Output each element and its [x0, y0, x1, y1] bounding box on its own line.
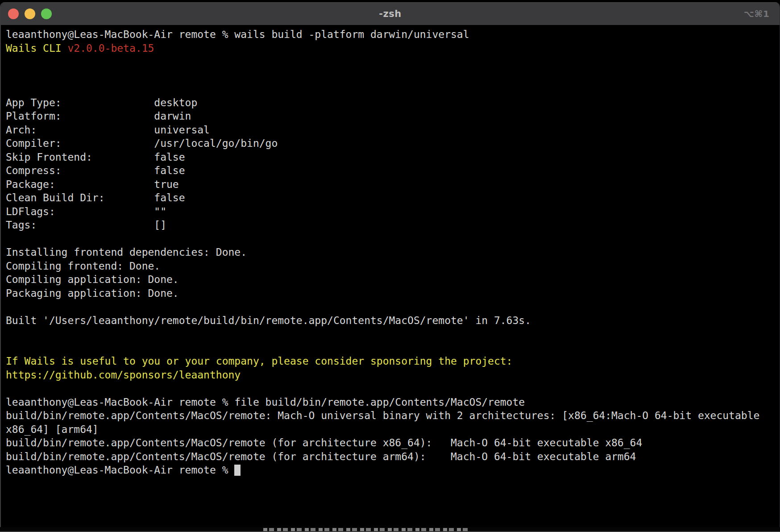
terminal-line: build/bin/remote.app/Contents/MacOS/remo… — [6, 436, 780, 450]
terminal-line: Clean Build Dir: false — [6, 191, 780, 205]
terminal-text-segment: Compress: false — [6, 165, 185, 176]
terminal-text-segment: Compiling application: Done. — [6, 274, 179, 285]
window-title: -zsh — [1, 8, 780, 19]
terminal-text-segment: LDFlags: "" — [6, 206, 166, 217]
terminal-text-segment: App Type: desktop — [6, 97, 197, 108]
terminal-line — [6, 341, 780, 355]
terminal-text-segment: Installing frontend dependencies: Done. — [6, 246, 247, 258]
terminal-window: -zsh ⌥⌘1 leaanthony@Leas-MacBook-Air rem… — [0, 2, 780, 527]
terminal-line: Compress: false — [6, 164, 780, 178]
background-window-sliver — [0, 527, 780, 532]
terminal-line: leaanthony@Leas-MacBook-Air remote % — [6, 463, 780, 477]
terminal-line: x86_64] [arm64] — [6, 423, 780, 436]
terminal-text-segment: https://github.com/sponsors/leaanthony — [6, 369, 241, 381]
traffic-lights — [8, 2, 52, 25]
terminal-line: https://github.com/sponsors/leaanthony — [6, 368, 780, 382]
terminal-text-segment: Built '/Users/leaanthony/remote/build/bi… — [6, 315, 531, 326]
terminal-text-segment: If Wails is useful to you or your compan… — [6, 355, 512, 367]
screen: -zsh ⌥⌘1 leaanthony@Leas-MacBook-Air rem… — [0, 0, 780, 532]
terminal-text-segment: Platform: darwin — [6, 110, 191, 122]
terminal-line: Platform: darwin — [6, 109, 780, 123]
terminal-line — [6, 327, 780, 341]
zoom-button[interactable] — [41, 8, 52, 19]
terminal-text-segment: v2.0.0-beta.15 — [67, 42, 154, 54]
terminal-line — [6, 382, 780, 395]
minimize-button[interactable] — [25, 8, 35, 19]
terminal-text-segment: build/bin/remote.app/Contents/MacOS/remo… — [6, 451, 636, 462]
cut-off-text — [263, 528, 469, 531]
terminal-text-segment: leaanthony@Leas-MacBook-Air remote % fil… — [6, 396, 525, 408]
terminal-line: Package: true — [6, 178, 780, 191]
terminal-line: If Wails is useful to you or your compan… — [6, 354, 780, 368]
terminal-text-segment: Tags: [] — [6, 219, 166, 231]
terminal-text-segment: Arch: universal — [6, 124, 210, 136]
terminal-line — [6, 69, 780, 83]
terminal-line — [6, 82, 780, 96]
terminal-text-segment: Package: true — [6, 179, 179, 190]
terminal-text-segment: Wails CLI — [6, 42, 67, 54]
terminal-line: Compiler: /usr/local/go/bin/go — [6, 137, 780, 150]
terminal-text-segment: Compiler: /usr/local/go/bin/go — [6, 137, 278, 149]
terminal-text-segment: leaanthony@Leas-MacBook-Air remote % — [6, 464, 234, 476]
terminal-line: App Type: desktop — [6, 96, 780, 110]
terminal-line: build/bin/remote.app/Contents/MacOS/remo… — [6, 450, 780, 464]
terminal-line — [6, 55, 780, 69]
terminal-line: build/bin/remote.app/Contents/MacOS/remo… — [6, 409, 780, 423]
terminal-text-segment: Skip Frontend: false — [6, 151, 185, 163]
terminal-line — [6, 300, 780, 314]
terminal-text-segment: x86_64] [arm64] — [6, 424, 99, 435]
terminal-line: Arch: universal — [6, 123, 780, 137]
title-bar[interactable]: -zsh ⌥⌘1 — [1, 2, 780, 25]
terminal-text-segment: leaanthony@Leas-MacBook-Air remote % wai… — [6, 29, 469, 40]
terminal-line — [6, 232, 780, 246]
terminal-line: leaanthony@Leas-MacBook-Air remote % wai… — [6, 28, 780, 42]
cursor — [234, 465, 241, 476]
terminal-line: LDFlags: "" — [6, 205, 780, 219]
terminal-line: Compiling frontend: Done. — [6, 259, 780, 273]
terminal-line: Tags: [] — [6, 218, 780, 232]
close-button[interactable] — [8, 8, 19, 19]
terminal-line: leaanthony@Leas-MacBook-Air remote % fil… — [6, 395, 780, 409]
terminal-text-segment: build/bin/remote.app/Contents/MacOS/remo… — [6, 437, 642, 449]
terminal-text-segment: Clean Build Dir: false — [6, 192, 185, 204]
terminal-line: Packaging application: Done. — [6, 287, 780, 300]
terminal-content[interactable]: leaanthony@Leas-MacBook-Air remote % wai… — [1, 25, 780, 527]
terminal-text-segment: Compiling frontend: Done. — [6, 260, 160, 272]
terminal-text-segment: Packaging application: Done. — [6, 287, 179, 299]
terminal-line: Skip Frontend: false — [6, 150, 780, 164]
terminal-text-segment: build/bin/remote.app/Contents/MacOS/remo… — [6, 410, 759, 421]
terminal-line: Built '/Users/leaanthony/remote/build/bi… — [6, 314, 780, 328]
terminal-line: Wails CLI v2.0.0-beta.15 — [6, 42, 780, 55]
terminal-line: Installing frontend dependencies: Done. — [6, 245, 780, 259]
terminal-line: Compiling application: Done. — [6, 273, 780, 287]
window-shortcut-badge: ⌥⌘1 — [743, 2, 770, 25]
